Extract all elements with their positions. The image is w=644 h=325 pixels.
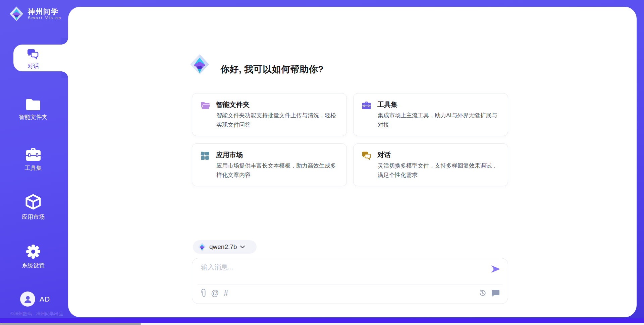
- card-title: 工具集: [377, 100, 397, 109]
- cube-icon: [25, 194, 42, 210]
- send-button[interactable]: [491, 265, 500, 273]
- user-row: AD: [20, 291, 50, 307]
- folder-icon: [201, 101, 210, 109]
- card-title: 对话: [377, 150, 391, 159]
- sidebar-item-settings[interactable]: 系统设置: [0, 244, 66, 269]
- card-chat[interactable]: 对话 灵活切换多模型文件，支持多样回复效果调试，满足个性化需求: [353, 143, 508, 186]
- input-divider: [198, 284, 502, 284]
- sidebar-item-toolset[interactable]: 工具集: [0, 147, 66, 172]
- sidebar-footer-text: ©神州数码 · 神州问学出品: [4, 311, 69, 317]
- card-toolset[interactable]: 工具集 集成市场上主流工具，助力AI与外界无缝扩展与对接: [353, 93, 508, 136]
- quick-reply-button[interactable]: [491, 289, 500, 297]
- card-description: 集成市场上主流工具，助力AI与外界无缝扩展与对接: [378, 111, 502, 130]
- bottom-accent-strip: [0, 318, 644, 323]
- brand: 神州问学 Smart Vision: [9, 6, 62, 21]
- gear-icon: [26, 244, 41, 259]
- avatar[interactable]: [20, 291, 35, 307]
- scrollbar-thumb[interactable]: [0, 323, 141, 325]
- card-description: 灵活切换多模型文件，支持多样回复效果调试，满足个性化需求: [378, 161, 502, 180]
- message-input[interactable]: [201, 263, 489, 282]
- sidebar-item-label: 工具集: [25, 164, 42, 172]
- sidebar-item-app-market[interactable]: 应用市场: [0, 194, 66, 221]
- sidebar-item-label: 系统设置: [22, 262, 45, 269]
- history-button[interactable]: [479, 289, 486, 297]
- toolbox-icon: [25, 147, 41, 161]
- mention-button[interactable]: @: [211, 289, 219, 297]
- apps-grid-icon: [201, 151, 209, 160]
- chevron-down-icon: [240, 246, 245, 249]
- brand-name: 神州问学: [28, 8, 62, 16]
- history-clock-icon: [479, 289, 486, 297]
- person-icon: [23, 295, 32, 304]
- user-name: AD: [40, 295, 50, 303]
- sidebar-item-smart-folder[interactable]: 智能文件夹: [0, 98, 66, 121]
- chat-icon: [362, 151, 371, 160]
- model-name: qwen2:7b: [209, 243, 237, 251]
- hash-button[interactable]: #: [224, 289, 228, 297]
- brand-logo-large: [189, 54, 210, 75]
- card-title: 应用市场: [216, 150, 243, 159]
- card-smart-folder[interactable]: 智能文件夹 智能文件夹功能支持批量文件上传与清洗，轻松实现文件问答: [192, 93, 347, 136]
- paperclip-icon: [201, 289, 206, 298]
- sidebar-item-chat[interactable]: 对话: [0, 49, 66, 70]
- brand-logo-icon: [9, 6, 24, 21]
- sidebar-item-label: 应用市场: [22, 213, 45, 221]
- horizontal-scrollbar[interactable]: [0, 323, 644, 325]
- chat-bubble-icon: [491, 289, 500, 297]
- card-description: 应用市场提供丰富长文本模板，助力高效生成多样化文章内容: [216, 161, 340, 180]
- card-description: 智能文件夹功能支持批量文件上传与清洗，轻松实现文件问答: [216, 111, 340, 130]
- model-logo-icon: [198, 243, 206, 251]
- chat-icon: [28, 49, 39, 60]
- model-selector[interactable]: qwen2:7b: [193, 240, 257, 254]
- card-app-market[interactable]: 应用市场 应用市场提供丰富长文本模板，助力高效生成多样化文章内容: [192, 143, 347, 186]
- sidebar-item-label: 对话: [28, 62, 39, 70]
- sidebar: 神州问学 Smart Vision 对话 智能文件夹 工具集: [0, 0, 68, 325]
- folder-icon: [25, 98, 41, 111]
- sidebar-item-label: 智能文件夹: [19, 113, 48, 121]
- briefcase-icon: [362, 101, 371, 110]
- greeting-text: 你好, 我可以如何帮助你?: [220, 63, 324, 75]
- brand-subtitle: Smart Vision: [28, 16, 62, 20]
- attach-button[interactable]: [201, 289, 206, 298]
- card-title: 智能文件夹: [216, 100, 250, 109]
- message-input-card: @ #: [192, 258, 508, 304]
